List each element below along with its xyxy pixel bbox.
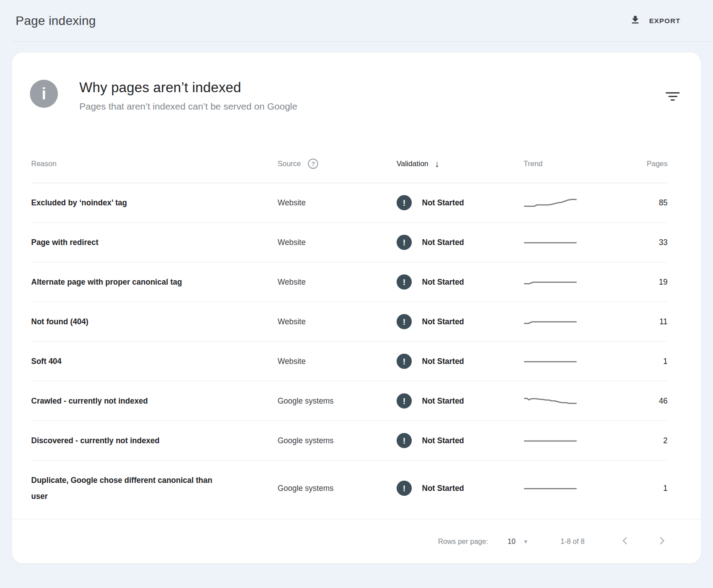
validation-status: Not Started — [422, 396, 464, 406]
validation-pending-icon: ! — [397, 433, 412, 448]
reason-cell: Alternate page with proper canonical tag — [31, 262, 223, 302]
trend-cell — [524, 356, 595, 367]
validation-cell: ! Not Started — [397, 393, 524, 408]
validation-pending-icon: ! — [397, 274, 412, 290]
card-title: Why pages aren’t indexed — [79, 80, 297, 96]
trend-cell — [524, 435, 595, 446]
previous-page-button[interactable] — [619, 535, 631, 548]
dropdown-arrow-icon[interactable]: ▼ — [523, 539, 529, 545]
trend-cell — [524, 483, 595, 494]
validation-pending-icon: ! — [397, 393, 412, 408]
source-cell: Website — [278, 198, 397, 208]
validation-status: Not Started — [422, 484, 464, 493]
reason-cell: Crawled - currently not indexed — [31, 381, 223, 421]
table-row[interactable]: Duplicate, Google chose different canoni… — [31, 461, 668, 516]
rows-per-page-value[interactable]: 10 — [508, 538, 516, 546]
column-header-validation[interactable]: Validation ↓ — [397, 159, 524, 169]
reason-cell: Excluded by ‘noindex’ tag — [31, 183, 223, 222]
validation-cell: ! Not Started — [397, 481, 524, 496]
sort-desc-icon: ↓ — [434, 159, 439, 169]
pages-count: 85 — [595, 198, 668, 208]
source-cell: Google systems — [278, 396, 397, 406]
validation-cell: ! Not Started — [397, 235, 524, 250]
source-cell: Website — [278, 317, 397, 327]
validation-status: Not Started — [422, 238, 464, 247]
table-row[interactable]: Discovered - currently not indexed Googl… — [31, 421, 668, 461]
column-header-source[interactable]: Source ? — [278, 159, 397, 169]
validation-pending-icon: ! — [397, 354, 412, 369]
table-pagination: Rows per page: 10 ▼ 1-8 of 8 — [12, 519, 701, 564]
export-button[interactable]: EXPORT — [630, 14, 680, 27]
validation-pending-icon: ! — [397, 481, 412, 496]
source-cell: Google systems — [278, 436, 397, 445]
validation-status: Not Started — [422, 317, 464, 327]
table-row[interactable]: Excluded by ‘noindex’ tag Website ! Not … — [31, 183, 668, 223]
validation-status: Not Started — [422, 436, 464, 445]
table-row[interactable]: Not found (404) Website ! Not Started 11 — [31, 302, 668, 342]
pages-count: 2 — [595, 436, 668, 445]
filter-button[interactable] — [664, 90, 681, 102]
info-icon: i — [30, 80, 58, 108]
source-cell: Website — [278, 278, 397, 287]
pages-count: 11 — [595, 317, 668, 327]
validation-pending-icon: ! — [397, 195, 412, 210]
pages-count: 1 — [595, 357, 668, 366]
help-icon[interactable]: ? — [308, 159, 318, 169]
trend-sparkline — [524, 398, 577, 404]
trend-cell — [524, 237, 595, 248]
card-header: i Why pages aren’t indexed Pages that ar… — [12, 53, 701, 112]
trend-cell — [524, 197, 595, 208]
table-row[interactable]: Crawled - currently not indexed Google s… — [31, 381, 668, 421]
page-indexing-card: i Why pages aren’t indexed Pages that ar… — [12, 53, 701, 564]
header-divider — [12, 41, 713, 42]
reason-cell: Duplicate, Google chose different canoni… — [31, 461, 223, 516]
trend-sparkline — [524, 322, 577, 324]
table-row[interactable]: Soft 404 Website ! Not Started 1 — [31, 342, 668, 381]
trend-cell — [524, 316, 595, 327]
reason-cell: Not found (404) — [31, 302, 223, 341]
top-bar: Page indexing EXPORT — [0, 0, 713, 41]
pages-count: 19 — [595, 278, 668, 287]
reason-cell: Soft 404 — [31, 342, 223, 381]
validation-cell: ! Not Started — [397, 433, 524, 448]
issues-table: Reason Source ? Validation ↓ Trend Pages… — [12, 112, 701, 516]
source-cell: Website — [278, 238, 397, 247]
page-title: Page indexing — [16, 14, 96, 28]
validation-cell: ! Not Started — [397, 274, 524, 290]
pages-count: 1 — [595, 484, 668, 493]
rows-per-page-label: Rows per page: — [438, 538, 488, 546]
table-header-row: Reason Source ? Validation ↓ Trend Pages — [31, 145, 668, 183]
card-subtitle: Pages that aren’t indexed can’t be serve… — [79, 101, 297, 112]
chevron-left-icon — [619, 535, 631, 548]
validation-status: Not Started — [422, 357, 464, 366]
download-icon — [630, 14, 641, 27]
source-cell: Website — [278, 357, 397, 366]
chevron-right-icon — [656, 535, 668, 548]
trend-cell — [524, 396, 595, 406]
pagination-range: 1-8 of 8 — [561, 538, 585, 546]
filter-icon — [666, 92, 680, 94]
validation-pending-icon: ! — [397, 235, 412, 250]
table-row[interactable]: Page with redirect Website ! Not Started… — [31, 223, 668, 262]
validation-cell: ! Not Started — [397, 314, 524, 329]
reason-cell: Discovered - currently not indexed — [31, 421, 223, 460]
reason-cell: Page with redirect — [31, 223, 223, 262]
trend-sparkline — [524, 200, 577, 207]
validation-cell: ! Not Started — [397, 354, 524, 369]
validation-status: Not Started — [422, 198, 464, 208]
info-icon-glyph: i — [41, 86, 46, 102]
source-cell: Google systems — [278, 484, 397, 493]
validation-pending-icon: ! — [397, 314, 412, 329]
next-page-button[interactable] — [656, 535, 668, 548]
pages-count: 33 — [595, 238, 668, 247]
pages-count: 46 — [595, 396, 668, 406]
column-header-reason[interactable]: Reason — [31, 159, 278, 168]
export-label: EXPORT — [649, 17, 680, 25]
validation-status: Not Started — [422, 278, 464, 287]
table-row[interactable]: Alternate page with proper canonical tag… — [31, 262, 668, 302]
trend-sparkline — [524, 282, 577, 284]
trend-cell — [524, 277, 595, 287]
column-header-pages[interactable]: Pages — [595, 159, 668, 168]
column-header-trend[interactable]: Trend — [524, 159, 595, 168]
validation-cell: ! Not Started — [397, 195, 524, 210]
